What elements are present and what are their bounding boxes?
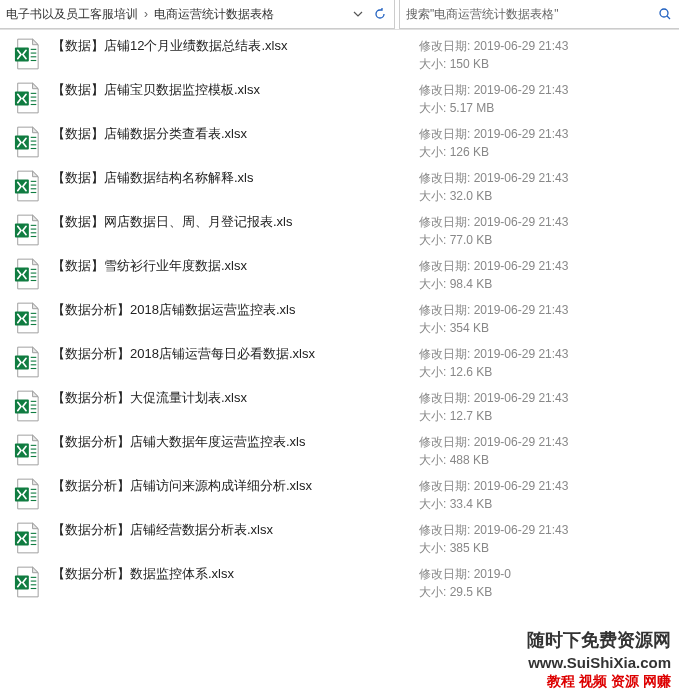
breadcrumb-separator: › xyxy=(140,7,152,21)
file-row[interactable]: 【数据】雪纺衫行业年度数据.xlsx 修改日期: 2019-06-29 21:4… xyxy=(0,252,679,296)
refresh-icon xyxy=(373,7,387,21)
file-date: 修改日期: 2019-06-29 21:43 xyxy=(419,433,679,451)
file-info: 【数据分析】数据监控体系.xlsx xyxy=(40,563,419,583)
file-info: 【数据分析】大促流量计划表.xlsx xyxy=(40,387,419,407)
search-placeholder: 搜索"电商运营统计数据表格" xyxy=(406,6,559,23)
file-size: 大小: 29.5 KB xyxy=(419,583,679,601)
excel-file-icon xyxy=(14,433,40,467)
file-meta: 修改日期: 2019-06-29 21:43 大小: 354 KB xyxy=(419,299,679,337)
excel-file-icon xyxy=(14,37,40,71)
file-size: 大小: 32.0 KB xyxy=(419,187,679,205)
file-date: 修改日期: 2019-06-29 21:43 xyxy=(419,301,679,319)
file-row[interactable]: 【数据分析】店铺经营数据分析表.xlsx 修改日期: 2019-06-29 21… xyxy=(0,516,679,560)
excel-file-icon xyxy=(14,257,40,291)
svg-point-0 xyxy=(660,9,668,17)
file-icon-cell xyxy=(0,211,40,247)
file-meta: 修改日期: 2019-06-29 21:43 大小: 488 KB xyxy=(419,431,679,469)
file-info: 【数据】网店数据日、周、月登记报表.xls xyxy=(40,211,419,231)
file-size: 大小: 12.6 KB xyxy=(419,363,679,381)
file-name: 【数据】店铺宝贝数据监控模板.xlsx xyxy=(52,81,419,99)
file-row[interactable]: 【数据】网店数据日、周、月登记报表.xls 修改日期: 2019-06-29 2… xyxy=(0,208,679,252)
excel-file-icon xyxy=(14,345,40,379)
file-icon-cell xyxy=(0,431,40,467)
file-info: 【数据分析】店铺大数据年度运营监控表.xls xyxy=(40,431,419,451)
file-info: 【数据分析】店铺经营数据分析表.xlsx xyxy=(40,519,419,539)
file-name: 【数据分析】店铺大数据年度运营监控表.xls xyxy=(52,433,419,451)
file-icon-cell xyxy=(0,387,40,423)
watermark-url: www.SuiShiXia.com xyxy=(527,654,671,671)
file-date: 修改日期: 2019-06-29 21:43 xyxy=(419,477,679,495)
file-date: 修改日期: 2019-06-29 21:43 xyxy=(419,521,679,539)
file-name: 【数据分析】大促流量计划表.xlsx xyxy=(52,389,419,407)
file-icon-cell xyxy=(0,79,40,115)
breadcrumb-part-2[interactable]: 电商运营统计数据表格 xyxy=(152,6,276,23)
watermark: 随时下免费资源网 www.SuiShiXia.com 教程 视频 资源 网赚 xyxy=(527,628,671,691)
file-row[interactable]: 【数据】店铺12个月业绩数据总结表.xlsx 修改日期: 2019-06-29 … xyxy=(0,32,679,76)
dropdown-button[interactable] xyxy=(348,4,368,24)
file-row[interactable]: 【数据分析】2018店铺运营每日必看数据.xlsx 修改日期: 2019-06-… xyxy=(0,340,679,384)
file-date: 修改日期: 2019-06-29 21:43 xyxy=(419,213,679,231)
file-row[interactable]: 【数据分析】2018店铺数据运营监控表.xls 修改日期: 2019-06-29… xyxy=(0,296,679,340)
file-meta: 修改日期: 2019-06-29 21:43 大小: 33.4 KB xyxy=(419,475,679,513)
file-info: 【数据分析】店铺访问来源构成详细分析.xlsx xyxy=(40,475,419,495)
file-name: 【数据】店铺数据分类查看表.xlsx xyxy=(52,125,419,143)
file-icon-cell xyxy=(0,563,40,599)
search-icon[interactable] xyxy=(657,6,673,22)
file-info: 【数据】店铺宝贝数据监控模板.xlsx xyxy=(40,79,419,99)
file-size: 大小: 488 KB xyxy=(419,451,679,469)
file-icon-cell xyxy=(0,167,40,203)
address-bar[interactable]: 电子书以及员工客服培训 › 电商运营统计数据表格 xyxy=(0,0,395,29)
file-icon-cell xyxy=(0,343,40,379)
chevron-down-icon xyxy=(353,9,363,19)
file-size: 大小: 98.4 KB xyxy=(419,275,679,293)
file-name: 【数据分析】数据监控体系.xlsx xyxy=(52,565,419,583)
file-date: 修改日期: 2019-06-29 21:43 xyxy=(419,81,679,99)
excel-file-icon xyxy=(14,81,40,115)
file-date: 修改日期: 2019-06-29 21:43 xyxy=(419,37,679,55)
excel-file-icon xyxy=(14,169,40,203)
file-meta: 修改日期: 2019-06-29 21:43 大小: 12.6 KB xyxy=(419,343,679,381)
file-meta: 修改日期: 2019-06-29 21:43 大小: 98.4 KB xyxy=(419,255,679,293)
file-row[interactable]: 【数据分析】店铺大数据年度运营监控表.xls 修改日期: 2019-06-29 … xyxy=(0,428,679,472)
file-date: 修改日期: 2019-06-29 21:43 xyxy=(419,345,679,363)
file-size: 大小: 150 KB xyxy=(419,55,679,73)
file-icon-cell xyxy=(0,519,40,555)
file-size: 大小: 354 KB xyxy=(419,319,679,337)
file-date: 修改日期: 2019-0 xyxy=(419,565,679,583)
file-icon-cell xyxy=(0,255,40,291)
file-row[interactable]: 【数据】店铺数据分类查看表.xlsx 修改日期: 2019-06-29 21:4… xyxy=(0,120,679,164)
watermark-title: 随时下免费资源网 xyxy=(527,628,671,652)
breadcrumb-part-1[interactable]: 电子书以及员工客服培训 xyxy=(4,6,140,23)
file-size: 大小: 33.4 KB xyxy=(419,495,679,513)
file-name: 【数据】店铺数据结构名称解释.xls xyxy=(52,169,419,187)
file-row[interactable]: 【数据分析】数据监控体系.xlsx 修改日期: 2019-0 大小: 29.5 … xyxy=(0,560,679,604)
excel-file-icon xyxy=(14,125,40,159)
excel-file-icon xyxy=(14,477,40,511)
file-size: 大小: 5.17 MB xyxy=(419,99,679,117)
file-row[interactable]: 【数据】店铺数据结构名称解释.xls 修改日期: 2019-06-29 21:4… xyxy=(0,164,679,208)
file-size: 大小: 385 KB xyxy=(419,539,679,557)
file-icon-cell xyxy=(0,299,40,335)
file-info: 【数据】店铺数据分类查看表.xlsx xyxy=(40,123,419,143)
file-meta: 修改日期: 2019-06-29 21:43 大小: 32.0 KB xyxy=(419,167,679,205)
file-meta: 修改日期: 2019-06-29 21:43 大小: 126 KB xyxy=(419,123,679,161)
file-meta: 修改日期: 2019-0 大小: 29.5 KB xyxy=(419,563,679,601)
file-row[interactable]: 【数据分析】大促流量计划表.xlsx 修改日期: 2019-06-29 21:4… xyxy=(0,384,679,428)
file-meta: 修改日期: 2019-06-29 21:43 大小: 5.17 MB xyxy=(419,79,679,117)
file-name: 【数据分析】店铺访问来源构成详细分析.xlsx xyxy=(52,477,419,495)
search-input[interactable]: 搜索"电商运营统计数据表格" xyxy=(399,0,679,29)
file-icon-cell xyxy=(0,35,40,71)
file-info: 【数据】店铺12个月业绩数据总结表.xlsx xyxy=(40,35,419,55)
file-date: 修改日期: 2019-06-29 21:43 xyxy=(419,257,679,275)
file-meta: 修改日期: 2019-06-29 21:43 大小: 77.0 KB xyxy=(419,211,679,249)
watermark-tags: 教程 视频 资源 网赚 xyxy=(527,673,671,691)
file-row[interactable]: 【数据】店铺宝贝数据监控模板.xlsx 修改日期: 2019-06-29 21:… xyxy=(0,76,679,120)
refresh-button[interactable] xyxy=(370,4,390,24)
file-name: 【数据】网店数据日、周、月登记报表.xls xyxy=(52,213,419,231)
file-meta: 修改日期: 2019-06-29 21:43 大小: 150 KB xyxy=(419,35,679,73)
file-row[interactable]: 【数据分析】店铺访问来源构成详细分析.xlsx 修改日期: 2019-06-29… xyxy=(0,472,679,516)
file-meta: 修改日期: 2019-06-29 21:43 大小: 385 KB xyxy=(419,519,679,557)
excel-file-icon xyxy=(14,213,40,247)
file-info: 【数据分析】2018店铺数据运营监控表.xls xyxy=(40,299,419,319)
file-icon-cell xyxy=(0,475,40,511)
